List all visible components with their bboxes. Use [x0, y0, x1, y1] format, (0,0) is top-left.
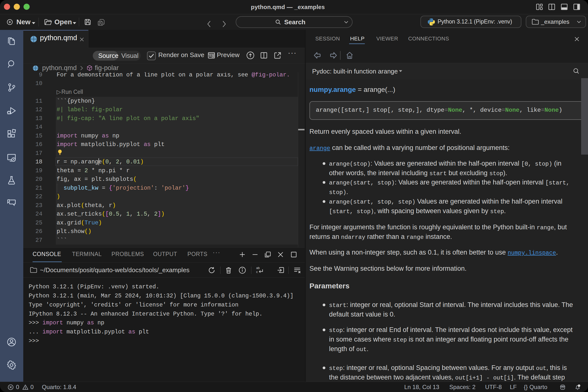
svg-text:c: c [256, 270, 258, 274]
svg-text:ab: ab [256, 266, 260, 270]
